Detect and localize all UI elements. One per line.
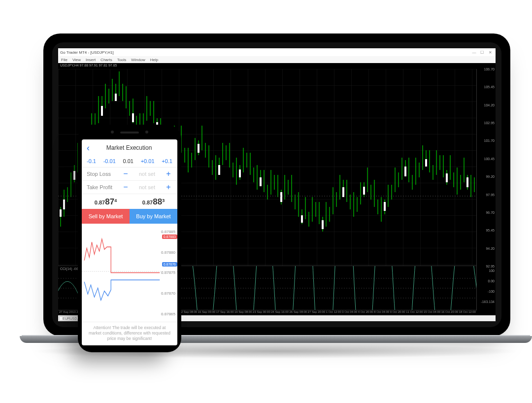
tp-plus-icon[interactable]: + — [165, 183, 172, 192]
indicator-axis: 1000.00-100-163.134 — [476, 266, 496, 310]
mobile-app: ‹ Market Execution -0.1 -0.01 0.01 +0.01… — [82, 139, 177, 345]
window-title: Go Trader MT4 - [USDJPY,H1] — [60, 50, 114, 55]
menu-file[interactable]: File — [61, 58, 67, 62]
sell-price: 0.87874 — [82, 194, 130, 209]
tick-chart[interactable]: 0.878850.878800.878750.878700.87865 0.87… — [82, 224, 177, 322]
order-warning: Attention! The trade will be executed at… — [82, 322, 177, 345]
menu-window[interactable]: Window — [131, 58, 145, 62]
tick-sell-badge: 0.87883 — [162, 235, 177, 239]
menu-insert[interactable]: Insert — [86, 58, 96, 62]
vol-plus-01[interactable]: +0.1 — [162, 158, 172, 164]
vol-plus-001[interactable]: +0.01 — [141, 158, 155, 164]
buy-button[interactable]: Buy by Market — [130, 209, 177, 224]
menu-help[interactable]: Help — [150, 58, 158, 62]
stop-loss-row: Stop Loss − not set + — [82, 167, 177, 180]
menu-charts[interactable]: Charts — [100, 58, 112, 62]
tick-buy-badge: 0.87876 — [162, 262, 177, 267]
order-title: Market Execution — [82, 144, 177, 151]
window-titlebar: Go Trader MT4 - [USDJPY,H1] — ☐ ✕ — [58, 48, 496, 56]
tp-value[interactable]: not set — [130, 184, 165, 190]
vol-minus-01[interactable]: -0.1 — [87, 158, 96, 164]
vol-value[interactable]: 0.01 — [123, 158, 133, 164]
sl-plus-icon[interactable]: + — [165, 169, 172, 178]
menu-tools[interactable]: Tools — [117, 58, 127, 62]
take-profit-label: Take Profit — [87, 184, 122, 190]
stop-loss-label: Stop Loss — [87, 171, 122, 177]
menu-view[interactable]: View — [72, 58, 81, 62]
phone-frame: ‹ Market Execution -0.1 -0.01 0.01 +0.01… — [78, 125, 181, 352]
vol-minus-001[interactable]: -0.01 — [103, 158, 116, 164]
take-profit-row: Take Profit − not set + — [82, 180, 177, 194]
buy-price: 0.87883 — [130, 194, 177, 209]
tp-minus-icon[interactable]: − — [122, 183, 130, 192]
volume-stepper: -0.1 -0.01 0.01 +0.01 +0.1 — [82, 156, 177, 167]
price-axis: 106.70105.45104.20102.95101.70100.4599.2… — [476, 69, 496, 266]
sl-minus-icon[interactable]: − — [122, 169, 130, 178]
sell-button[interactable]: Sell by Market — [82, 209, 130, 224]
menubar: File View Insert Charts Tools Window Hel… — [58, 56, 496, 64]
close-icon[interactable]: ✕ — [487, 50, 494, 55]
minimize-icon[interactable]: — — [471, 50, 478, 55]
maximize-icon[interactable]: ☐ — [479, 50, 486, 55]
sl-value[interactable]: not set — [130, 171, 165, 177]
